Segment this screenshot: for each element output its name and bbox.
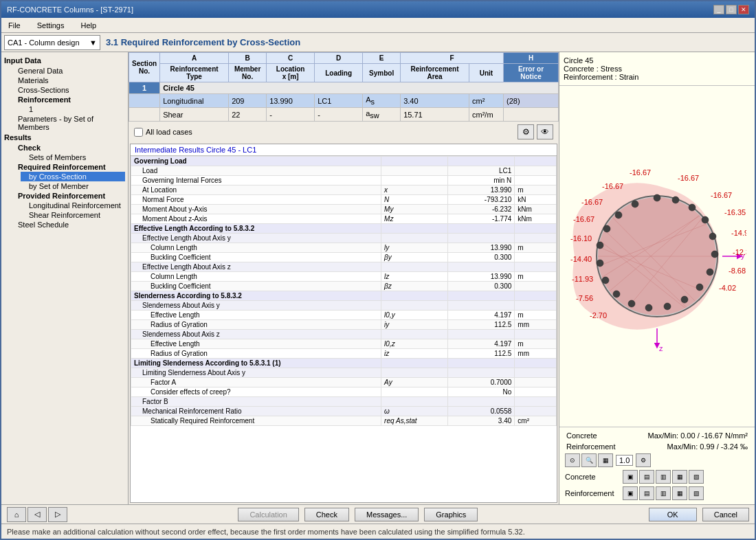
- controls-row2: Concrete ▣ ▤ ▥ ▦ ▧: [562, 469, 752, 485]
- reinf-icon2[interactable]: ▤: [639, 486, 654, 500]
- table-row[interactable]: 1 Circle 45: [129, 82, 559, 94]
- next-icon[interactable]: ▷: [48, 507, 67, 522]
- intermediate-symbol: iz: [381, 349, 448, 359]
- intermediate-value: [448, 157, 515, 166]
- intermediate-row: Factor AAy0.7000: [131, 378, 557, 387]
- intermediate-symbol: [381, 262, 448, 272]
- table-row[interactable]: Shear 22 - - asw 15.71 cm²/m: [129, 108, 559, 122]
- intermediate-symbol: req As,stat: [381, 416, 448, 426]
- sidebar-by-cross-section[interactable]: by Cross-Section: [21, 172, 125, 181]
- reinf-icon4[interactable]: ▦: [672, 486, 687, 500]
- sidebar-general-data[interactable]: General Data: [10, 66, 125, 76]
- settings-icon[interactable]: ⚙: [518, 124, 534, 139]
- sidebar-by-set-of-member[interactable]: by Set of Member: [21, 181, 125, 191]
- legend-row-concrete: Concrete Max/Min: 0.00 / -16.67 N/mm²: [562, 430, 752, 441]
- reinf-icon1[interactable]: ▣: [623, 486, 638, 500]
- svg-point-15: [672, 196, 679, 203]
- intermediate-row: Slenderness About Axis z: [131, 330, 557, 339]
- table-row[interactable]: Longitudinal 209 13.990 LC1 As 3.40 cm² …: [129, 94, 559, 108]
- intermediate-row: Slenderness About Axis y: [131, 301, 557, 311]
- intermediate-label: Consider effects of creep?: [131, 387, 381, 397]
- close-button[interactable]: ✕: [738, 5, 749, 14]
- sidebar-provided-reinforcement[interactable]: Provided Reinforcement: [10, 191, 125, 201]
- intermediate-unit: m: [515, 243, 557, 253]
- svg-point-24: [645, 304, 652, 311]
- controls-row3: Reinforcement ▣ ▤ ▥ ▦ ▧: [562, 485, 752, 502]
- all-load-cases-checkbox[interactable]: [134, 128, 143, 137]
- svg-point-29: [597, 242, 603, 249]
- concrete-icon2[interactable]: ▤: [639, 470, 654, 484]
- sidebar-cross-sections[interactable]: Cross-Sections: [10, 85, 125, 95]
- menu-help[interactable]: Help: [76, 20, 100, 31]
- intermediate-value: -1.774: [448, 214, 515, 224]
- sidebar-item-1[interactable]: 1: [21, 104, 125, 114]
- intermediate-symbol: [381, 368, 448, 378]
- menu-settings[interactable]: Settings: [33, 20, 69, 31]
- intermediate-value: 112.5: [448, 349, 515, 359]
- sidebar-sets-of-members[interactable]: Sets of Members: [21, 153, 125, 162]
- cell-section-no: 1: [129, 82, 160, 94]
- col-error-notice: Error orNotice: [504, 64, 559, 82]
- reinf-icon5[interactable]: ▧: [689, 486, 704, 500]
- nav-icons: ⌂ ◁ ▷: [7, 507, 67, 522]
- ca-dropdown[interactable]: CA1 - Column design ▼: [4, 35, 100, 50]
- sidebar-materials[interactable]: Materials: [10, 76, 125, 85]
- reinforcement-ctrl-label: Reinforcement: [565, 489, 620, 497]
- intermediate-symbol: N: [381, 195, 448, 205]
- reset-view-icon[interactable]: ⊙: [565, 453, 580, 467]
- svg-point-32: [632, 201, 638, 207]
- intermediate-unit: [515, 407, 557, 416]
- cell-circle-name: Circle 45: [160, 82, 559, 94]
- reinforcement-legend-values: Max/Min: 0.99 / -3.24 ‰: [667, 442, 748, 451]
- reinf-icon3[interactable]: ▥: [656, 486, 671, 500]
- zoom-adjust-icon[interactable]: ⚙: [636, 453, 651, 467]
- cell-loading-lc1: LC1: [315, 94, 363, 108]
- svg-text:z: z: [659, 344, 663, 352]
- intermediate-unit: kNm: [515, 214, 557, 224]
- cell-unit-cm2m: cm²/m: [469, 108, 504, 122]
- sidebar-required-reinforcement[interactable]: Required Reinforcement: [10, 162, 125, 172]
- right-panel: Circle 45 Concrete : Stress Reinforcemen…: [559, 52, 755, 504]
- intermediate-value: 0.300: [448, 282, 515, 291]
- ok-button[interactable]: OK: [649, 508, 697, 521]
- concrete-icon1[interactable]: ▣: [623, 470, 638, 484]
- graphics-button[interactable]: Graphics: [424, 508, 478, 521]
- intermediate-label: Effective Length About Axis y: [131, 234, 381, 243]
- sidebar-parameters[interactable]: Parameters - by Set of Members: [10, 114, 125, 132]
- intermediate-value: -6.232: [448, 205, 515, 214]
- intermediate-unit: m: [515, 272, 557, 282]
- sidebar-shear-reinforcement[interactable]: Shear Reinforcement: [21, 210, 125, 220]
- status-bar: Please make an additional calculation wi…: [1, 524, 755, 539]
- concrete-icon3[interactable]: ▥: [656, 470, 671, 484]
- home-icon[interactable]: ⌂: [7, 507, 26, 522]
- calculation-button[interactable]: Calculation: [238, 508, 298, 521]
- display-mode-icon[interactable]: ▦: [598, 453, 613, 467]
- intermediate-symbol: βy: [381, 253, 448, 262]
- prev-icon[interactable]: ◁: [27, 507, 47, 522]
- concrete-icon5[interactable]: ▧: [689, 470, 704, 484]
- concrete-icon4[interactable]: ▦: [672, 470, 687, 484]
- svg-text:-2.70: -2.70: [590, 311, 607, 319]
- sidebar-check[interactable]: Check: [10, 143, 125, 153]
- intermediate-value: [448, 368, 515, 378]
- zoom-in-icon[interactable]: 🔍: [581, 453, 597, 467]
- minimize-button[interactable]: _: [713, 5, 724, 14]
- intermediate-table-scroll[interactable]: Governing LoadLoadLC1Governing Internal …: [131, 156, 557, 502]
- intermediate-value: [448, 397, 515, 407]
- concrete-ctrl-label: Concrete: [565, 473, 620, 481]
- intermediate-row: Radius of Gyrationiy112.5mm: [131, 320, 557, 330]
- sidebar-steel-schedule[interactable]: Steel Schedule: [10, 220, 125, 229]
- view-icon[interactable]: 👁: [537, 124, 553, 139]
- intermediate-label: Governing Internal Forces: [131, 176, 381, 185]
- sidebar-reinforcement[interactable]: Reinforcement: [10, 95, 125, 104]
- menu-file[interactable]: File: [4, 20, 25, 31]
- col-a-header: A: [160, 53, 229, 64]
- messages-button[interactable]: Messages...: [355, 508, 419, 521]
- svg-point-20: [707, 269, 713, 275]
- check-button[interactable]: Check: [304, 508, 349, 521]
- svg-text:-8.68: -8.68: [729, 267, 746, 275]
- maximize-button[interactable]: □: [726, 5, 737, 14]
- intermediate-value: [448, 234, 515, 243]
- sidebar-longitudinal-reinforcement[interactable]: Longitudinal Reinforcement: [21, 201, 125, 210]
- cancel-button[interactable]: Cancel: [702, 508, 749, 521]
